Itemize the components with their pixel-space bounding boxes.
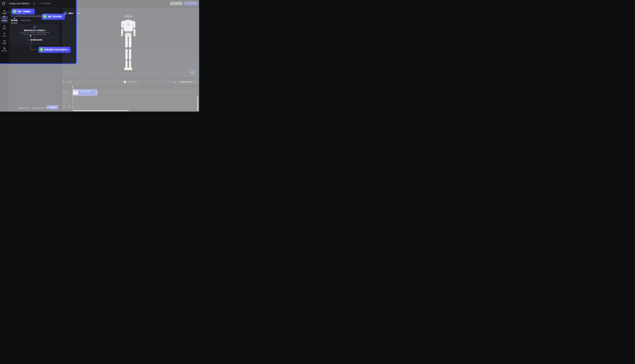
remaining-credits-value: 300 xyxy=(27,107,29,109)
sidebar-item-label: 我的任务 xyxy=(0,50,9,52)
sidebar-item-audio-arrange[interactable]: 音频编排 xyxy=(1,16,8,23)
robot-edition: 青春版 xyxy=(76,12,81,14)
step-1-number: 1 xyxy=(13,10,16,13)
sidebar-item-my-tasks[interactable]: 我的任务 xyxy=(0,47,9,52)
robot-download-icon xyxy=(186,2,188,4)
music-box-icon xyxy=(3,40,6,42)
microphone-icon xyxy=(27,39,30,41)
connector-step3-horizontal xyxy=(31,50,39,50)
ruler-label: 6f xyxy=(116,87,117,88)
upload-audio-icon xyxy=(33,25,37,29)
connector-step3-vertical xyxy=(31,37,31,50)
play-button[interactable] xyxy=(123,80,126,83)
ruler-label: 16f xyxy=(189,87,190,88)
sidebar: 动作模仿 音频编排 表情库 xyxy=(0,7,9,112)
speaker-icon[interactable] xyxy=(68,105,70,107)
timeline-ruler[interactable]: 0f 2f 4f 6f 8f 10f 12f 14f 16f xyxy=(62,86,199,89)
ruler-tick xyxy=(197,86,197,87)
start-arrange-button[interactable]: 开始编排 xyxy=(47,105,58,109)
step-1-text: 选择「音频编排」 xyxy=(18,10,32,13)
pencil-icon xyxy=(33,2,36,4)
action-track[interactable] xyxy=(62,96,197,102)
ruler-label: 2f xyxy=(87,87,88,88)
gizmo-y-label: Y xyxy=(192,72,193,73)
ruler-label: 8f xyxy=(131,87,132,88)
ruler-label: 12f xyxy=(159,87,161,88)
save-icon xyxy=(171,3,173,4)
tutorial-step-2-badge: 2 选择【添加音频】 xyxy=(42,14,65,20)
connector-step3-dot xyxy=(30,35,31,36)
save-status-label: 文件未保存 xyxy=(43,2,51,4)
ruler-label: 4f xyxy=(101,87,102,88)
audio-track[interactable] xyxy=(62,103,197,109)
ruler-tick xyxy=(138,86,139,87)
divider-or-label: 或 xyxy=(11,36,58,38)
horizontal-scrollbar[interactable] xyxy=(73,110,129,111)
sidebar-item-action-library[interactable]: 动作库 xyxy=(0,32,9,37)
credits-divider xyxy=(30,107,30,109)
ruler-label: 14f xyxy=(174,87,176,88)
undo-icon[interactable] xyxy=(62,81,64,83)
clapperboard-icon xyxy=(3,10,6,12)
clip-trim-handle-left[interactable] xyxy=(73,92,74,94)
sidebar-item-audio-library[interactable]: 音频库 xyxy=(0,40,9,44)
trash-icon[interactable] xyxy=(69,81,71,83)
synthesize-save-button[interactable]: 合成并保存 xyxy=(170,2,183,6)
audio-upload-dropzone[interactable]: 拖拽至此或点击上传音频文件 支持mp3、wav、Flac格式，音频长度不超过5分… xyxy=(11,24,58,44)
person-icon xyxy=(3,32,6,35)
zoom-slider-knob[interactable] xyxy=(182,81,183,82)
timeline-zoom-slider[interactable] xyxy=(182,82,192,82)
runner-icon xyxy=(79,90,81,92)
chip-divider xyxy=(75,12,75,14)
robot-face-icon xyxy=(3,25,6,28)
ruler-tick xyxy=(95,86,95,87)
cost-credits-label: 本次消耗积分 xyxy=(32,107,41,109)
gizmo-x-label: X xyxy=(194,72,195,73)
connector-step1-dot xyxy=(4,16,5,17)
zoom-out-icon[interactable] xyxy=(178,81,180,83)
audio-track-icon xyxy=(63,105,65,107)
connector-step1-vertical xyxy=(4,13,5,16)
clip-thumbnail xyxy=(73,90,78,95)
robot-model-chip: 灵犀X2 青春版 xyxy=(63,11,82,16)
app-root: A1机器人动作-我的项目1 文件未保存 合成并 xyxy=(0,0,199,112)
auto-arrange-clips-icon[interactable] xyxy=(169,81,171,83)
deploy-to-device-button[interactable]: 下发到设备 xyxy=(184,2,198,6)
sparkles-icon xyxy=(3,17,6,20)
upload-formats: 支持mp3、wav、Flac格式，音频长度不超过5分钟 xyxy=(11,32,58,34)
upload-note: 注意:目前仅支持中文和英文语言的识别 xyxy=(11,34,58,36)
sidebar-item-label: 动作库 xyxy=(0,35,9,37)
gem-icon xyxy=(42,107,44,109)
task-list-icon xyxy=(3,47,6,50)
sidebar-item-expression-library[interactable]: 表情库 xyxy=(0,25,9,30)
record-with-mic-button[interactable]: 使用麦克风录制 xyxy=(11,39,58,41)
ruler-label: 10f xyxy=(145,87,147,88)
viewport-3d[interactable]: 灵犀X2 青春版 Z Y X xyxy=(62,8,199,78)
step-2-text: 选择【添加音频】 xyxy=(48,16,63,18)
connector-step1-horizontal xyxy=(5,12,12,12)
rename-project-button[interactable] xyxy=(32,1,37,6)
step-2-number: 2 xyxy=(43,15,47,18)
vertical-scrollbar[interactable] xyxy=(197,96,198,111)
clip-trim-handle-right[interactable] xyxy=(96,92,97,94)
sidebar-item-label: 音频库 xyxy=(0,42,9,44)
axis-gizmo[interactable]: Z Y X xyxy=(189,69,196,76)
gizmo-z-label: Z xyxy=(192,70,193,71)
action-track-icon xyxy=(63,98,65,100)
playhead-line xyxy=(73,86,73,110)
fit-timeline-icon[interactable] xyxy=(173,81,176,83)
clip-name: 超帅走路姿势 xyxy=(82,90,90,92)
ruler-tick xyxy=(153,86,153,87)
timeline-clip-walk-pose[interactable]: 超帅走路姿势 xyxy=(73,89,97,96)
ruler-tick xyxy=(182,86,182,87)
clip-label-row: 超帅走路姿势 xyxy=(79,90,90,92)
mic-record-label: 使用麦克风录制 xyxy=(31,39,42,41)
expression-track-icon xyxy=(63,91,65,94)
file-unsaved-button[interactable]: 文件未保存 xyxy=(38,1,52,6)
tab-use-synth-material[interactable]: 使用合成素材 xyxy=(21,19,31,22)
redo-icon[interactable] xyxy=(66,81,68,83)
step-3-number: 3 xyxy=(40,48,43,51)
zoom-in-icon[interactable] xyxy=(194,81,196,83)
tab-add-audio[interactable]: 添加音频 xyxy=(11,19,18,22)
ruler-tick xyxy=(109,86,109,87)
